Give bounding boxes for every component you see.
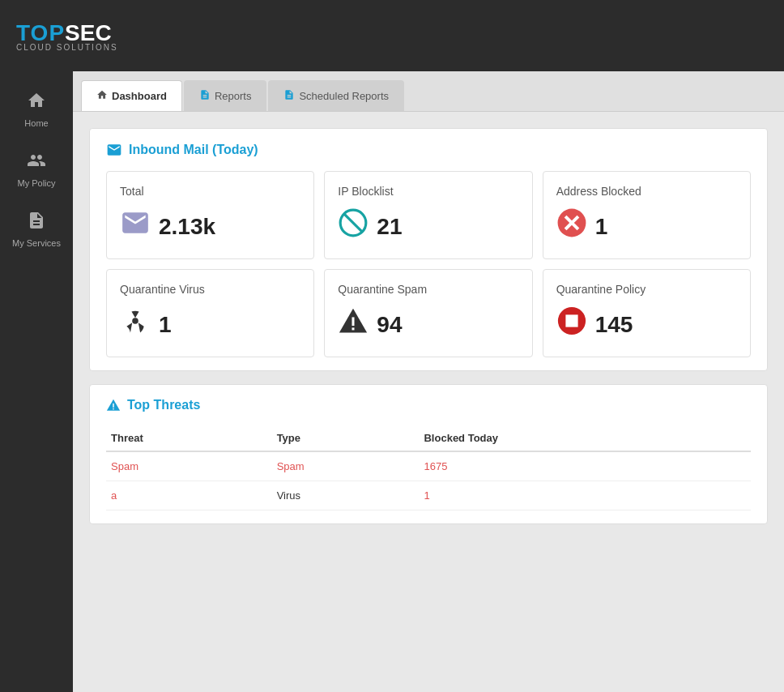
tab-reports[interactable]: Reports: [184, 80, 267, 111]
svg-rect-8: [352, 327, 355, 330]
sidebar-my-policy-label: My Policy: [17, 178, 55, 188]
threat-name[interactable]: Spam: [106, 451, 272, 481]
logo-sec: SEC: [65, 20, 112, 45]
table-row: a Virus 1: [106, 481, 751, 510]
table-row: Spam Spam 1675: [106, 451, 751, 481]
inbound-mail-title: Inbound Mail (Today): [106, 142, 751, 158]
main-layout: Home My Policy My Services Dashboard: [0, 71, 784, 692]
threat-type: Virus: [272, 481, 420, 510]
stat-quarantine-virus: Quarantine Virus 1: [106, 269, 314, 357]
radiation-icon: [120, 305, 151, 344]
col-type: Type: [272, 425, 420, 451]
stats-grid: Total 2.13k IP Blocklist: [106, 171, 751, 357]
threat-type: Spam: [272, 451, 420, 481]
scheduled-reports-tab-icon: [283, 89, 295, 103]
sidebar-my-services-label: My Services: [12, 238, 61, 248]
inbound-mail-title-text: Inbound Mail (Today): [129, 143, 258, 157]
tab-scheduled-reports[interactable]: Scheduled Reports: [268, 80, 404, 111]
stat-quarantine-virus-value: 1: [159, 312, 172, 338]
threat-name[interactable]: a: [106, 481, 272, 510]
stat-quarantine-spam-value: 94: [377, 312, 402, 338]
stat-quarantine-spam-row: 94: [338, 305, 518, 344]
stat-total-row: 2.13k: [120, 207, 300, 246]
top-threats-title-text: Top Threats: [127, 398, 200, 412]
mail-section-icon: [106, 142, 122, 158]
main-content: Inbound Mail (Today) Total 2.13k: [73, 112, 784, 692]
logo-top: TOP: [16, 20, 65, 45]
stat-ip-blocklist-label: IP Blocklist: [338, 185, 518, 198]
sidebar-item-my-services[interactable]: My Services: [0, 199, 73, 259]
stat-total-value: 2.13k: [159, 214, 215, 240]
reports-tab-icon: [199, 89, 211, 103]
col-blocked-today: Blocked Today: [419, 425, 751, 451]
threat-blocked-today: 1: [419, 481, 751, 510]
threats-table-header: Threat Type Blocked Today: [106, 425, 751, 451]
inbound-mail-section: Inbound Mail (Today) Total 2.13k: [89, 128, 768, 371]
error-icon: [556, 207, 587, 246]
stat-address-blocked: Address Blocked 1: [543, 171, 751, 259]
stat-quarantine-spam-label: Quarantine Spam: [338, 283, 518, 296]
stat-quarantine-policy: Quarantine Policy 145: [543, 269, 751, 357]
block-icon: [338, 207, 369, 246]
content-area: Dashboard Reports Scheduled Reports: [73, 71, 784, 692]
tab-dashboard-label: Dashboard: [112, 90, 167, 102]
users-icon: [27, 151, 46, 175]
stat-ip-blocklist: IP Blocklist 21: [324, 171, 532, 259]
sidebar-item-my-policy[interactable]: My Policy: [0, 139, 73, 199]
tab-scheduled-reports-label: Scheduled Reports: [299, 90, 389, 102]
svg-rect-10: [565, 314, 577, 327]
home-icon: [27, 91, 46, 115]
dashboard-tab-icon: [96, 89, 108, 103]
stat-ip-blocklist-row: 21: [338, 207, 518, 246]
stop-icon: [556, 305, 587, 344]
top-threats-title: Top Threats: [106, 398, 751, 412]
warning-icon: [338, 305, 369, 344]
stat-quarantine-policy-label: Quarantine Policy: [556, 283, 737, 296]
threats-warning-icon: [106, 398, 121, 412]
col-threat: Threat: [106, 425, 272, 451]
mail-icon: [120, 207, 151, 246]
stat-total: Total 2.13k: [106, 171, 314, 259]
tab-dashboard[interactable]: Dashboard: [81, 80, 182, 111]
stat-address-blocked-value: 1: [595, 214, 608, 240]
svg-rect-12: [113, 404, 113, 408]
svg-point-5: [132, 318, 138, 324]
logo-sub: CLOUD SOLUTIONS: [16, 43, 118, 52]
svg-line-1: [344, 214, 362, 232]
stat-quarantine-policy-row: 145: [556, 305, 737, 344]
top-threats-section: Top Threats Threat Type Blocked Today Sp…: [89, 384, 768, 524]
tab-reports-label: Reports: [215, 90, 252, 102]
stat-quarantine-policy-value: 145: [595, 312, 633, 338]
threat-blocked-today: 1675: [419, 451, 751, 481]
stat-quarantine-virus-row: 1: [120, 305, 300, 344]
logo: TOPSEC CLOUD SOLUTIONS: [16, 20, 118, 52]
sidebar: Home My Policy My Services: [0, 71, 73, 692]
stat-total-label: Total: [120, 185, 300, 198]
stat-ip-blocklist-value: 21: [377, 214, 402, 240]
sidebar-home-label: Home: [24, 118, 48, 128]
header: TOPSEC CLOUD SOLUTIONS: [0, 0, 784, 71]
services-icon: [27, 211, 46, 235]
stat-address-blocked-label: Address Blocked: [556, 185, 737, 198]
tabs-bar: Dashboard Reports Scheduled Reports: [73, 71, 784, 112]
threats-table: Threat Type Blocked Today Spam Spam 1675…: [106, 425, 751, 510]
stat-quarantine-spam: Quarantine Spam 94: [324, 269, 532, 357]
svg-rect-7: [352, 317, 355, 326]
svg-rect-13: [113, 408, 113, 409]
stat-quarantine-virus-label: Quarantine Virus: [120, 283, 300, 296]
stat-address-blocked-row: 1: [556, 207, 737, 246]
sidebar-item-home[interactable]: Home: [0, 79, 73, 139]
